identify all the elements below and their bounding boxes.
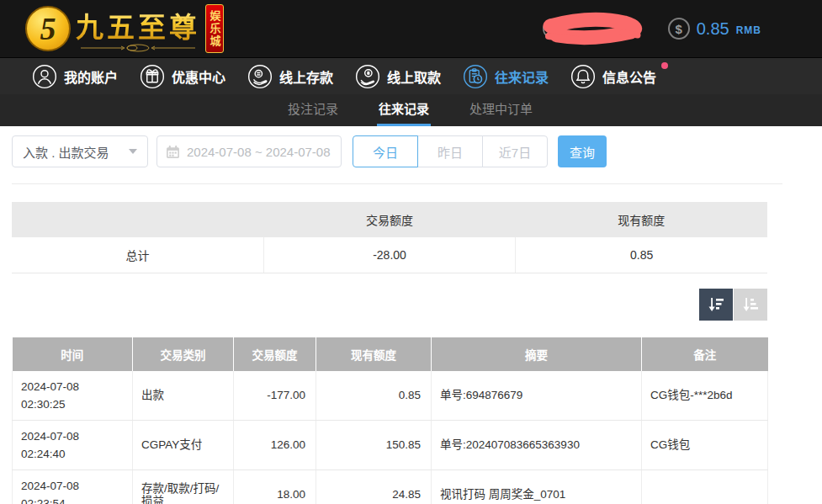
table-row: 2024-07-08 02:24:40 CGPAY支付 126.00 150.8… [13,420,768,470]
balance-amount: 0.85 [697,19,729,39]
table-row: 2024-07-08 02:30:25 出款 -177.00 0.85 单号:6… [13,371,768,421]
content-area: 入款 . 出款交易 2024-07-08 ~ 2024-07-08 今日 昨日 … [0,126,822,504]
col-transaction-type: 交易类别 [133,337,234,371]
cell-type: CGPAY支付 [133,420,234,470]
table-row: 2024-07-08 02:23:54 存款/取款/打码/损益 18.00 24… [13,470,768,504]
nav-item-promotions[interactable]: 优惠中心 [140,64,225,89]
summary-header-current-amount: 现有额度 [516,202,767,237]
records-tabbar: 投注记录 往来记录 处理中订单 [0,94,822,126]
nav-item-withdraw[interactable]: 线上取款 [355,64,441,89]
nav-label: 往来记录 [495,66,549,87]
cell-time: 2024-07-08 02:30:25 [13,371,133,421]
nav-label: 线上取款 [387,66,441,87]
nav-label: 优惠中心 [172,66,225,87]
summary-table: 交易额度 现有额度 总计 -28.00 0.85 [12,202,767,273]
summary-header-transaction-amount: 交易额度 [263,202,515,237]
summary-transaction-value: -28.00 [263,237,515,273]
cell-summary: 单号:694876679 [432,371,642,421]
cell-time: 2024-07-08 02:23:54 [13,470,133,504]
cell-remark [642,470,768,504]
main-navbar: 我的账户 优惠中心 线上存款 线上取款 往来记录 [0,57,822,94]
records-icon [463,64,488,89]
cell-type: 存款/取款/打码/损益 [133,470,234,504]
site-logo[interactable]: 5 九五至尊 娱乐城 [25,4,224,53]
nav-item-deposit[interactable]: 线上存款 [247,64,333,89]
col-remark: 备注 [642,337,768,371]
col-summary: 摘要 [432,337,642,371]
account-username-area[interactable] [542,11,653,46]
nav-item-my-account[interactable]: 我的账户 [32,64,118,89]
col-transaction-amount: 交易额度 [234,337,316,371]
tab-transaction-records[interactable]: 往来记录 [377,94,431,126]
nav-label: 线上存款 [279,66,333,87]
col-time: 时间 [13,337,133,371]
chevron-down-icon [129,149,137,154]
filter-row: 入款 . 出款交易 2024-07-08 ~ 2024-07-08 今日 昨日 … [12,135,822,167]
cell-amount: -177.00 [234,371,316,421]
records-table-header: 时间 交易类别 交易额度 现有额度 摘要 备注 [13,337,768,371]
balance-currency: RMB [736,21,761,36]
summary-row: 总计 -28.00 0.85 [12,237,767,273]
date-range-value: 2024-07-08 ~ 2024-07-08 [187,145,331,159]
col-current-amount: 现有额度 [316,337,432,371]
transaction-type-value: 入款 . 出款交易 [23,143,109,161]
summary-total-label: 总计 [12,237,263,273]
cell-balance: 0.85 [316,371,432,421]
summary-header-empty [12,202,263,237]
records-table: 时间 交易类别 交易额度 现有额度 摘要 备注 2024-07-08 02:30… [12,337,768,504]
yesterday-button[interactable]: 昨日 [417,135,483,167]
nav-item-announcements[interactable]: 信息公告 [570,64,656,89]
cell-balance: 150.85 [316,420,432,470]
cell-balance: 24.85 [316,470,432,504]
user-icon [32,64,57,89]
sort-ascending-button[interactable] [734,289,767,321]
sort-descending-button[interactable] [699,289,733,321]
sort-ascending-icon [740,294,761,315]
nav-label: 我的账户 [64,66,118,87]
calendar-icon [166,145,180,159]
quick-date-button-group: 今日 昨日 近7日 [353,135,548,167]
logo-5-icon: 5 [25,6,71,51]
cell-type: 出款 [133,371,234,421]
cell-time: 2024-07-08 02:24:40 [13,420,133,470]
sort-controls [12,289,767,321]
cell-remark: CG钱包 [642,420,768,470]
tab-pending-orders[interactable]: 处理中订单 [468,94,534,126]
date-range-input[interactable]: 2024-07-08 ~ 2024-07-08 [156,135,342,167]
dollar-icon: $ [668,18,690,40]
gift-icon [140,64,165,89]
query-button[interactable]: 查询 [558,135,607,167]
today-button[interactable]: 今日 [353,135,418,167]
site-title: 九五至尊 [76,5,200,45]
sort-descending-icon [706,294,726,315]
tab-bet-records[interactable]: 投注记录 [286,94,340,126]
nav-label: 信息公告 [602,66,656,87]
cell-summary: 视讯打码 周周奖金_0701 [432,470,642,504]
top-header: 5 九五至尊 娱乐城 [0,0,822,57]
bell-icon [570,64,596,89]
deposit-icon [247,64,273,89]
censored-username-scribble [538,11,651,46]
summary-current-value: 0.85 [516,237,767,273]
withdraw-icon [355,64,380,89]
logo-flourish-icon [79,44,197,52]
cell-remark: CG钱包-***2b6d [642,371,768,421]
section-divider [12,183,782,184]
logo-badge: 娱乐城 [205,4,224,53]
nav-item-transaction-records[interactable]: 往来记录 [463,64,549,89]
last7days-button[interactable]: 近7日 [482,135,548,167]
balance-display: $ 0.85 RMB [668,18,761,40]
cell-amount: 126.00 [234,420,316,470]
cell-summary: 单号:202407083665363930 [432,420,642,470]
notification-dot [661,62,668,69]
transaction-type-select[interactable]: 入款 . 出款交易 [12,135,148,167]
cell-amount: 18.00 [234,470,316,504]
